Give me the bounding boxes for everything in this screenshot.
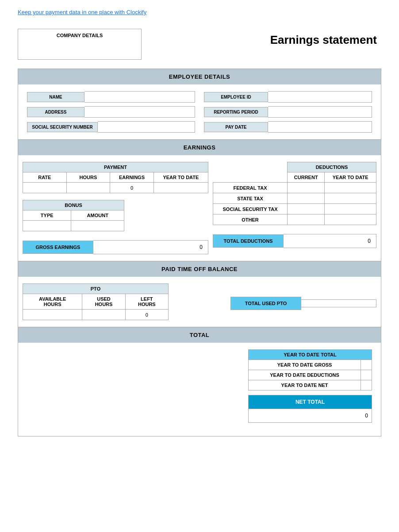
ss-tax-row: SOCIAL SECURITY TAX [213,204,376,214]
ytd-gross-value[interactable] [361,360,372,370]
employee-id-field-row: EMPLOYEE ID [204,91,372,103]
bonus-header: BONUS [23,200,124,211]
earnings-body: PAYMENT RATE HOURS EARNINGS YEAR TO DATE… [18,155,381,261]
employee-grid: NAME ADDRESS SOCIAL SECURITY NUMBER EMPL… [27,91,372,133]
earnings-header: EARNINGS [18,140,381,155]
ytd-table: YEAR TO DATE TOTAL YEAR TO DATE GROSS YE… [248,349,372,390]
header: COMPANY DETAILS Earnings statement [18,29,381,60]
total-header: TOTAL [18,327,381,343]
state-tax-row: STATE TAX [213,193,376,204]
earnings-section: EARNINGS PAYMENT RATE HOURS EARNINGS YEA… [18,140,381,261]
federal-tax-ytd[interactable] [325,183,376,193]
bonus-type-col: TYPE [23,211,71,221]
other-ytd[interactable] [325,214,376,225]
total-body: YEAR TO DATE TOTAL YEAR TO DATE GROSS YE… [18,343,381,436]
ytd-net-label: YEAR TO DATE NET [249,380,361,390]
total-deductions-row: TOTAL DEDUCTIONS 0 [213,234,376,248]
left-hours-col: LEFTHOURS [125,294,168,310]
ss-tax-label: SOCIAL SECURITY TAX [213,204,288,214]
used-hours-cell[interactable] [82,310,125,320]
state-tax-ytd[interactable] [325,193,376,204]
total-used-pto-row: TOTAL USED PTO [230,297,376,310]
net-total-value[interactable]: 0 [248,409,372,423]
ytd-net-value[interactable] [361,380,372,390]
used-hours-col: USEDHOURS [82,294,125,310]
gross-earnings-label: GROSS EARNINGS [23,241,93,254]
earnings-left: PAYMENT RATE HOURS EARNINGS YEAR TO DATE… [23,162,208,254]
address-label: ADDRESS [27,107,84,117]
other-row: OTHER [213,214,376,225]
name-label: NAME [27,92,84,102]
ytd-deductions-value[interactable] [361,370,372,380]
deductions-ytd-col-header: YEAR TO DATE [325,172,376,183]
earnings-right: DEDUCTIONS CURRENT YEAR TO DATE FEDERAL … [213,162,376,254]
ss-tax-current[interactable] [288,204,325,214]
rate-col-header: RATE [23,172,67,183]
ssn-label: SOCIAL SECURITY NUMBER [27,122,98,132]
gross-earnings-value[interactable]: 0 [93,240,208,254]
available-hours-cell[interactable] [23,310,82,320]
total-deductions-label: TOTAL DEDUCTIONS [213,234,284,248]
ytd-cell[interactable] [153,183,208,193]
bonus-data-row [23,221,124,231]
clockify-link[interactable]: Keep your payment data in one place with… [18,9,381,15]
pto-body: PTO AVAILABLEHOURS USEDHOURS LEFTHOURS 0 [18,277,381,327]
deductions-header: DEDUCTIONS [288,162,376,172]
pto-left: PTO AVAILABLEHOURS USEDHOURS LEFTHOURS 0 [23,283,169,320]
reporting-period-field-row: REPORTING PERIOD [204,106,372,118]
pto-right: TOTAL USED PTO [173,283,376,310]
federal-tax-current[interactable] [288,183,325,193]
ytd-deductions-label: YEAR TO DATE DEDUCTIONS [249,370,361,380]
other-label: OTHER [213,214,288,225]
ss-tax-ytd[interactable] [325,204,376,214]
ssn-field-row: SOCIAL SECURITY NUMBER [27,121,195,133]
payment-data-row: 0 [23,183,208,193]
pay-date-field-row: PAY DATE [204,121,372,133]
left-hours-cell[interactable]: 0 [125,310,168,320]
bonus-amount-cell[interactable] [71,221,124,231]
employee-details-body: NAME ADDRESS SOCIAL SECURITY NUMBER EMPL… [18,84,381,139]
address-value[interactable] [84,106,195,118]
available-hours-col: AVAILABLEHOURS [23,294,82,310]
deductions-table: DEDUCTIONS CURRENT YEAR TO DATE FEDERAL … [213,162,376,225]
company-details-box: COMPANY DETAILS [18,29,142,60]
total-used-pto-value[interactable] [301,299,376,307]
reporting-period-label: REPORTING PERIOD [204,107,268,117]
ytd-deductions-row: YEAR TO DATE DEDUCTIONS [249,370,372,380]
address-field-row: ADDRESS [27,106,195,118]
state-tax-current[interactable] [288,193,325,204]
pay-date-value[interactable] [268,121,372,133]
employee-id-value[interactable] [268,91,372,103]
bonus-amount-col: AMOUNT [71,211,124,221]
earnings-col-header: EARNINGS [110,172,154,183]
total-deductions-value[interactable]: 0 [284,234,376,248]
total-section: TOTAL YEAR TO DATE TOTAL YEAR TO DATE GR… [18,327,381,436]
pto-data-row: 0 [23,310,169,320]
pto-section: PAID TIME OFF BALANCE PTO AVAILABLEHOURS… [18,261,381,327]
company-label: COMPANY DETAILS [57,33,103,38]
ytd-table-header: YEAR TO DATE TOTAL [249,350,372,360]
total-used-pto-label: TOTAL USED PTO [230,297,301,310]
reporting-period-value[interactable] [268,106,372,118]
ssn-value[interactable] [98,121,195,133]
name-field-row: NAME [27,91,195,103]
name-value[interactable] [84,91,195,103]
earnings-cell[interactable]: 0 [110,183,154,193]
employee-details-header: EMPLOYEE DETAILS [18,69,381,84]
other-current[interactable] [288,214,325,225]
net-total-header: NET TOTAL [248,395,372,409]
ytd-gross-row: YEAR TO DATE GROSS [249,360,372,370]
state-tax-label: STATE TAX [213,193,288,204]
hours-cell[interactable] [66,183,110,193]
federal-tax-row: FEDERAL TAX [213,183,376,193]
employee-details-section: EMPLOYEE DETAILS NAME ADDRESS SOCIAL SEC… [18,69,381,140]
gross-earnings-row: GROSS EARNINGS 0 [23,240,208,254]
payment-header: PAYMENT [23,162,208,172]
ytd-col-header: YEAR TO DATE [153,172,208,183]
rate-cell[interactable] [23,183,67,193]
page-title: Earnings statement [270,29,381,47]
employee-col-right: EMPLOYEE ID REPORTING PERIOD PAY DATE [204,91,372,133]
pto-header: PAID TIME OFF BALANCE [18,261,381,277]
bonus-type-cell[interactable] [23,221,71,231]
ytd-wrap: YEAR TO DATE TOTAL YEAR TO DATE GROSS YE… [248,349,372,423]
